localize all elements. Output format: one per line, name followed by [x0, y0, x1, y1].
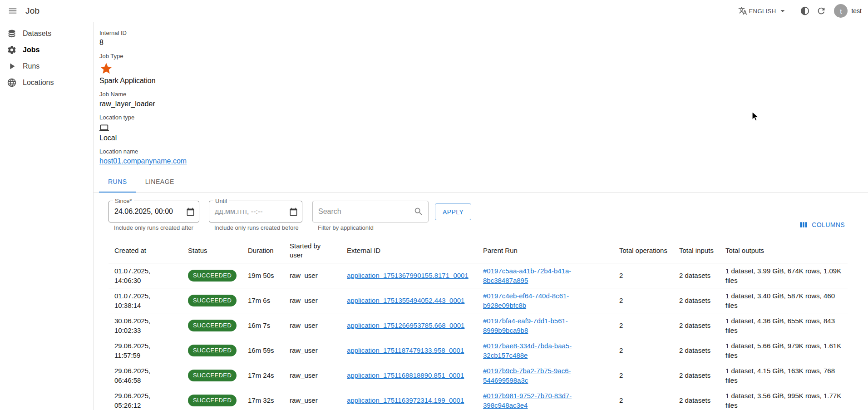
status-badge: SUCCEEDED	[188, 295, 237, 306]
search-field	[312, 201, 429, 222]
external-id-link[interactable]: application_1751367990155.8171_0001	[347, 272, 469, 279]
status-badge: SUCCEEDED	[188, 270, 237, 282]
run-created-at: 01.07.2025, 10:38:14	[108, 288, 182, 313]
run-total-inputs: 2 datasets	[673, 288, 720, 313]
run-total-outputs: 1 dataset, 3.56 GiB, 995K rows, 1.77K fi…	[720, 388, 848, 410]
parent-run-link[interactable]: #0197b981-9752-7b70-83d7-398c948ac3e4	[483, 392, 572, 409]
parent-run-link[interactable]: #0197c5aa-a41b-72b4-b41a-8bc38487a895	[483, 267, 571, 284]
parent-run-link[interactable]: #0197bae8-334d-7bda-baa5-32cb157c488e	[483, 342, 572, 359]
until-label: Until	[213, 198, 229, 205]
run-external-id-cell: application_1751355494052.443_0001	[341, 288, 477, 313]
table-row: 29.06.2025, 05:26:12 SUCCEEDED 17m 32s r…	[108, 388, 848, 410]
parent-run-link[interactable]: #0197bfa4-eaf9-7dd1-b561-8999b9bca9b8	[483, 317, 568, 334]
sidebar-item-locations[interactable]: Locations	[0, 74, 93, 91]
sidebar-item-datasets[interactable]: Datasets	[0, 25, 93, 42]
globe-icon	[7, 78, 17, 88]
language-select[interactable]: ENGLISH	[738, 6, 788, 16]
job-type-value: Spark Application	[99, 77, 861, 85]
run-duration: 17m 24s	[242, 363, 284, 388]
table-row: 30.06.2025, 10:02:33 SUCCEEDED 16m 7s ra…	[108, 313, 848, 338]
run-status-cell: SUCCEEDED	[182, 388, 242, 410]
topbar: Job ENGLISH t	[0, 0, 868, 22]
run-started-by-user: raw_user	[284, 263, 341, 288]
calendar-icon[interactable]	[186, 207, 195, 216]
job-name-label: Job Name	[99, 91, 861, 98]
col-header-total-operations: Total operations	[613, 238, 673, 263]
sidebar-item-jobs[interactable]: Jobs	[0, 42, 93, 58]
menu-button[interactable]	[4, 2, 22, 20]
runs-table-wrap: Created at Status Duration Started by us…	[108, 238, 848, 410]
run-total-outputs: 1 dataset, 5.66 GiB, 979K rows, 1.61K fi…	[720, 338, 848, 363]
until-date-input[interactable]: Until дд.мм.гггг, --:--	[209, 201, 302, 222]
run-total-operations: 2	[613, 263, 673, 288]
run-parent-run-cell: #0197c5aa-a41b-72b4-b41a-8bc38487a895	[477, 263, 613, 288]
run-created-at: 29.06.2025, 05:26:12	[108, 388, 182, 410]
datasets-icon	[7, 29, 17, 39]
run-total-inputs: 2 datasets	[673, 388, 720, 410]
col-header-duration: Duration	[242, 238, 284, 263]
refresh-button[interactable]	[813, 3, 829, 19]
sidebar-item-label: Locations	[23, 79, 54, 87]
external-id-link[interactable]: application_1751163972314.199_0001	[347, 396, 464, 404]
col-header-total-outputs: Total outputs	[720, 238, 848, 263]
run-total-inputs: 2 datasets	[673, 263, 720, 288]
run-created-at: 29.06.2025, 11:57:59	[108, 338, 182, 363]
external-id-link[interactable]: application_1751266953785.668_0001	[347, 321, 464, 329]
parent-run-link[interactable]: #0197c4eb-ef64-740d-8c61-b928e09bfc8b	[483, 292, 569, 309]
theme-toggle-button[interactable]	[797, 3, 813, 19]
theme-contrast-icon	[800, 6, 810, 16]
sidebar-item-runs[interactable]: Runs	[0, 58, 93, 74]
runs-table-body: 01.07.2025, 14:06:30 SUCCEEDED 19m 50s r…	[108, 263, 848, 410]
gear-icon	[7, 45, 17, 55]
run-external-id-cell: application_1751266953785.668_0001	[341, 313, 477, 338]
location-name-link[interactable]: host01.companyname.com	[99, 157, 187, 165]
table-row: 01.07.2025, 10:38:14 SUCCEEDED 17m 6s ra…	[108, 288, 848, 313]
table-row: 29.06.2025, 06:46:58 SUCCEEDED 17m 24s r…	[108, 363, 848, 388]
col-header-parent-run: Parent Run	[477, 238, 613, 263]
job-details: Internal ID 8 Job Type Spark Application…	[94, 22, 868, 165]
run-duration: 19m 50s	[242, 263, 284, 288]
refresh-icon	[816, 6, 826, 16]
avatar[interactable]: t	[834, 4, 848, 18]
columns-button-label: COLUMNS	[812, 221, 845, 228]
run-created-at: 29.06.2025, 06:46:58	[108, 363, 182, 388]
apply-button[interactable]: APPLY	[435, 203, 471, 220]
columns-button[interactable]: COLUMNS	[796, 218, 848, 231]
run-status-cell: SUCCEEDED	[182, 313, 242, 338]
spark-star-icon	[99, 62, 861, 75]
sidebar-item-label: Jobs	[23, 46, 39, 54]
run-total-inputs: 2 datasets	[673, 313, 720, 338]
location-name-label: Location name	[99, 148, 861, 155]
run-duration: 17m 6s	[242, 288, 284, 313]
since-label: Since*	[113, 198, 134, 205]
run-status-cell: SUCCEEDED	[182, 363, 242, 388]
run-started-by-user: raw_user	[284, 338, 341, 363]
chevron-down-icon	[778, 6, 788, 16]
tab-runs[interactable]: RUNS	[99, 171, 136, 192]
external-id-link[interactable]: application_1751168818890.851_0001	[347, 371, 464, 379]
location-type-value: Local	[99, 134, 861, 142]
run-status-cell: SUCCEEDED	[182, 288, 242, 313]
since-date-input[interactable]: Since* 24.06.2025, 00:00	[108, 201, 199, 222]
run-started-by-user: raw_user	[284, 388, 341, 410]
internal-id-label: Internal ID	[99, 30, 861, 36]
run-started-by-user: raw_user	[284, 363, 341, 388]
run-started-by-user: raw_user	[284, 288, 341, 313]
parent-run-link[interactable]: #0197b9cb-7ba2-7b75-9ac6-544699598a3c	[483, 367, 571, 384]
tab-lineage[interactable]: LINEAGE	[136, 171, 183, 192]
calendar-icon[interactable]	[289, 207, 298, 216]
username-label: test	[851, 7, 862, 15]
external-id-link[interactable]: application_1751187479133.958_0001	[347, 346, 464, 354]
run-total-operations: 2	[613, 288, 673, 313]
translate-icon	[738, 6, 747, 15]
external-id-link[interactable]: application_1751355494052.443_0001	[347, 296, 464, 304]
table-header-row: Created at Status Duration Started by us…	[108, 238, 848, 263]
col-header-external-id: External ID	[341, 238, 477, 263]
until-placeholder: дд.мм.гггг, --:--	[215, 207, 289, 216]
col-header-total-inputs: Total inputs	[673, 238, 720, 263]
run-created-at: 01.07.2025, 14:06:30	[108, 263, 182, 288]
page-title: Job	[25, 6, 39, 16]
run-duration: 17m 32s	[242, 388, 284, 410]
search-input[interactable]	[318, 207, 414, 216]
run-parent-run-cell: #0197c4eb-ef64-740d-8c61-b928e09bfc8b	[477, 288, 613, 313]
